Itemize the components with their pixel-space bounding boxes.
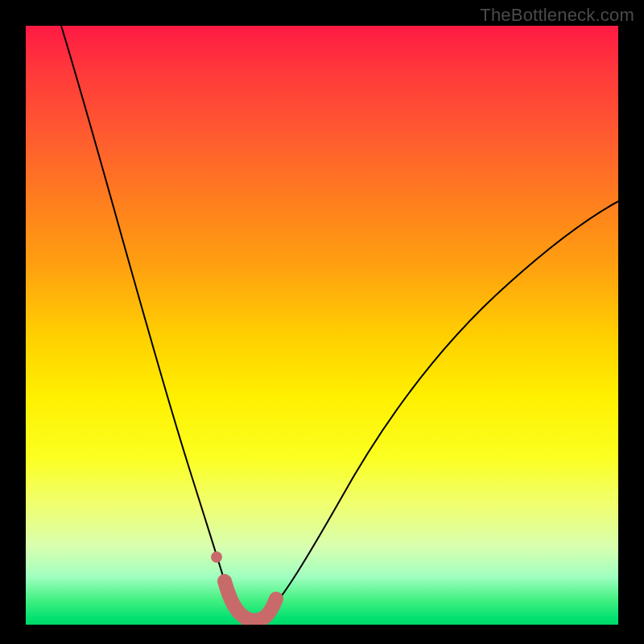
highlight-dot — [211, 551, 222, 563]
watermark-text: TheBottleneck.com — [480, 5, 634, 26]
bottleneck-curve-right — [267, 201, 618, 613]
chart-frame: TheBottleneck.com — [0, 0, 644, 644]
chart-plot-area — [26, 26, 618, 625]
bottleneck-curve-left — [61, 26, 237, 613]
chart-svg — [26, 26, 618, 625]
highlight-segment — [225, 581, 276, 621]
